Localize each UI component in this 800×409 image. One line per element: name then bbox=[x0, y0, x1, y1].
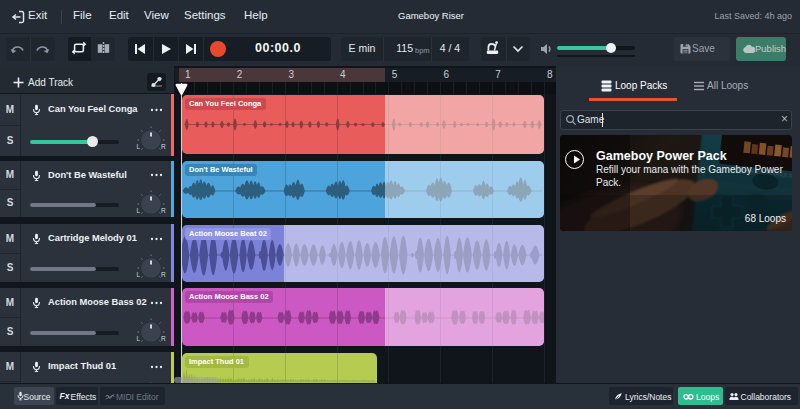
svg-text:R: R bbox=[161, 207, 166, 214]
svg-text:R: R bbox=[161, 271, 166, 278]
svg-text:R: R bbox=[161, 143, 166, 150]
svg-text:L: L bbox=[137, 207, 141, 214]
svg-text:L: L bbox=[137, 143, 141, 150]
svg-text:L: L bbox=[137, 271, 141, 278]
svg-text:R: R bbox=[161, 335, 166, 342]
svg-text:L: L bbox=[137, 335, 141, 342]
